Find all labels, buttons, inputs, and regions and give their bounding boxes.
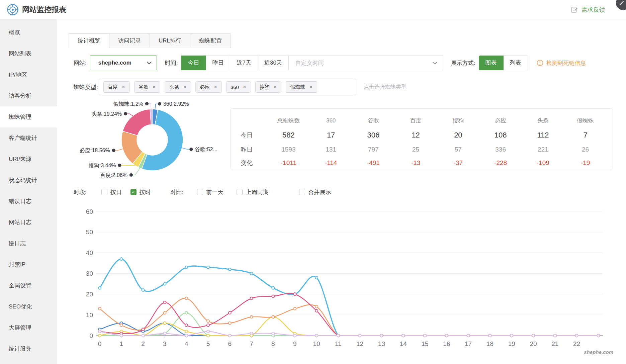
- y-axis-tick-label: 40: [86, 249, 93, 256]
- custom-time-placeholder: 自定义时间: [295, 59, 324, 67]
- spider-tag-必应[interactable]: 必应✕: [195, 81, 222, 93]
- time-option-昨日[interactable]: 昨日: [205, 56, 230, 70]
- sidebar-item-大屏管理[interactable]: 大屏管理: [0, 317, 57, 338]
- checkbox-按时[interactable]: ✓: [130, 189, 137, 195]
- custom-time-select[interactable]: 自定义时间: [288, 56, 443, 70]
- data-point-谷歌: [98, 287, 101, 289]
- sidebar-item-状态码统计[interactable]: 状态码统计: [0, 170, 57, 191]
- spider-tag-百度[interactable]: 百度✕: [103, 81, 130, 93]
- display-option-图表[interactable]: 图表: [479, 56, 504, 70]
- checkbox-label: 按日: [110, 188, 122, 196]
- floating-widget-button[interactable]: [616, 0, 626, 10]
- sidebar-item-访客分析[interactable]: 访客分析: [0, 85, 57, 106]
- spider-tag-谷歌[interactable]: 谷歌✕: [134, 81, 161, 93]
- sidebar-item-慢日志[interactable]: 慢日志: [0, 233, 57, 254]
- data-point-搜狗: [163, 322, 166, 325]
- data-point-谷歌: [163, 282, 166, 285]
- tab-统计概览[interactable]: 统计概览: [69, 33, 109, 48]
- sidebar-item-错误日志[interactable]: 错误日志: [0, 191, 57, 212]
- x-axis-tick-label: 9: [293, 340, 297, 347]
- dead-link-notice[interactable]: 检测到死链信息: [537, 59, 586, 67]
- stats-cell: -114: [310, 156, 352, 170]
- data-point-假蜘蛛: [207, 330, 209, 333]
- time-range-group: 今日昨日近7天近30天: [181, 56, 288, 70]
- sidebar-item-客户端统计[interactable]: 客户端统计: [0, 127, 57, 149]
- sidebar-item-全局设置[interactable]: 全局设置: [0, 275, 57, 296]
- period-label: 时段:: [74, 188, 87, 196]
- warning-icon: [537, 60, 543, 66]
- data-point-头条: [293, 293, 296, 295]
- data-point-假蜘蛛: [337, 334, 340, 337]
- data-point-假蜘蛛: [424, 334, 426, 337]
- display-option-列表[interactable]: 列表: [503, 56, 528, 70]
- data-point-必应: [163, 311, 166, 314]
- spider-tag-头条[interactable]: 头条✕: [165, 81, 191, 93]
- spider-tag-360[interactable]: 360✕: [226, 81, 251, 93]
- donut-label-dot: [189, 148, 193, 151]
- data-point-必应: [185, 297, 188, 300]
- donut-label-dot: [158, 102, 161, 105]
- sidebar-item-IP/地区[interactable]: IP/地区: [0, 64, 57, 85]
- data-point-头条: [272, 295, 274, 298]
- feedback-button[interactable]: 需求反馈: [571, 0, 605, 19]
- data-point-假蜘蛛: [315, 334, 318, 337]
- spider-share-donut-chart: 360:2.92%谷歌:52...百度:2.06%搜狗:3.44%必应:18.5…: [64, 96, 251, 197]
- data-point-假蜘蛛: [98, 330, 101, 333]
- checkbox-上周同期[interactable]: [237, 189, 243, 195]
- checkbox-合并展示[interactable]: [299, 189, 305, 195]
- hourly-line-chart: 0102030405060012345678910111213141516171…: [77, 204, 619, 361]
- time-option-近7天[interactable]: 近7天: [230, 56, 258, 70]
- chart-watermark: shephe.com: [535, 349, 613, 355]
- spider-type-row: 蜘蛛类型: 百度✕谷歌✕头条✕必应✕360✕搜狗✕假蜘蛛✕ 点击选择蜘蛛类型: [74, 79, 407, 95]
- remove-tag-icon[interactable]: ✕: [309, 85, 313, 89]
- data-point-头条: [250, 297, 253, 300]
- main-content: 统计概览访问记录URL排行蜘蛛配置 网站: shephe.com 时间: 今日昨…: [57, 19, 626, 364]
- stats-row-label: 昨日: [241, 143, 267, 156]
- remove-tag-icon[interactable]: ✕: [183, 85, 187, 89]
- checkbox-label: 合并展示: [308, 188, 331, 196]
- x-axis-tick-label: 21: [551, 340, 558, 347]
- checkbox-label: 按时: [140, 188, 151, 196]
- tab-蜘蛛配置[interactable]: 蜘蛛配置: [190, 33, 231, 48]
- remove-tag-icon[interactable]: ✕: [121, 85, 125, 89]
- remove-tag-icon[interactable]: ✕: [213, 85, 217, 89]
- sidebar-item-封禁IP[interactable]: 封禁IP: [0, 254, 57, 275]
- tab-URL排行[interactable]: URL排行: [150, 33, 190, 48]
- sidebar-item-统计服务[interactable]: 统计服务: [0, 338, 57, 359]
- spider-tag-container[interactable]: 百度✕谷歌✕头条✕必应✕360✕搜狗✕假蜘蛛✕: [99, 79, 356, 95]
- stats-cell: -109: [522, 156, 564, 170]
- sidebar-item-SEO优化[interactable]: SEO优化: [0, 296, 57, 317]
- tab-访问记录[interactable]: 访问记录: [109, 33, 150, 48]
- data-point-必应: [315, 305, 318, 308]
- site-select[interactable]: shephe.com: [90, 56, 157, 70]
- stats-cell: 1593: [267, 143, 310, 156]
- time-option-近30天[interactable]: 近30天: [258, 56, 289, 70]
- x-axis-tick-label: 16: [443, 340, 450, 347]
- data-point-假蜘蛛: [380, 334, 383, 337]
- stats-cell: 306: [352, 127, 395, 143]
- sidebar-item-URI/来源[interactable]: URI/来源: [0, 149, 57, 170]
- time-option-今日[interactable]: 今日: [181, 56, 206, 70]
- stats-cell: 131: [310, 143, 352, 156]
- data-point-必应: [229, 322, 231, 325]
- sidebar-item-概览[interactable]: 概览: [0, 22, 57, 43]
- remove-tag-icon[interactable]: ✕: [273, 85, 277, 89]
- stats-col-header: 总蜘蛛数: [267, 114, 310, 127]
- checkbox-按日[interactable]: [101, 189, 107, 195]
- sidebar-item-网站日志[interactable]: 网站日志: [0, 212, 57, 233]
- checkbox-前一天[interactable]: [197, 189, 203, 195]
- remove-tag-icon[interactable]: ✕: [152, 85, 156, 89]
- stats-col-header: 百度: [394, 114, 437, 127]
- stats-col-header: 360: [310, 114, 352, 127]
- sidebar-item-蜘蛛管理[interactable]: 蜘蛛管理: [0, 106, 57, 127]
- spider-tag-搜狗[interactable]: 搜狗✕: [255, 81, 282, 93]
- sidebar-item-网站列表[interactable]: 网站列表: [0, 43, 57, 64]
- data-point-假蜘蛛: [163, 332, 166, 335]
- remove-tag-icon[interactable]: ✕: [243, 85, 247, 89]
- site-label: 网站:: [74, 59, 87, 67]
- stats-cell: 336: [479, 143, 522, 156]
- option-按日: 按日: [101, 188, 122, 196]
- data-point-假蜘蛛: [532, 334, 535, 337]
- spider-tag-假蜘蛛[interactable]: 假蜘蛛✕: [286, 81, 317, 93]
- data-point-假蜘蛛: [250, 332, 253, 335]
